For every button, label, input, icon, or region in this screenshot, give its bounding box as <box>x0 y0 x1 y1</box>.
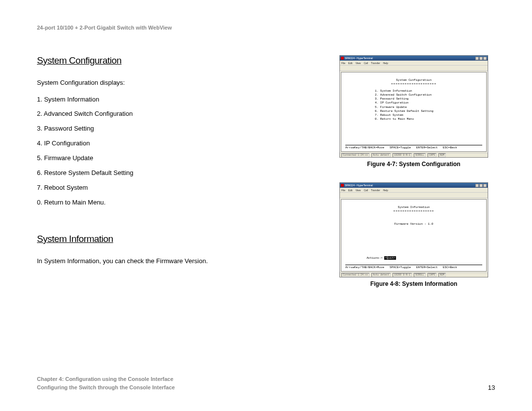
list-item: 7. Reboot System <box>37 180 303 195</box>
terminal-menu-item: 4. IP Configuration <box>375 101 482 105</box>
window-title: SRW224 - HyperTerminal <box>345 57 373 60</box>
page: 24-port 10/100 + 2-Port Gigabit Switch w… <box>0 0 532 411</box>
list-item: 2. Advanced Switch Configuration <box>37 106 303 121</box>
menu-item[interactable]: Help <box>383 62 388 65</box>
content-row: System Configuration System Configuratio… <box>37 55 495 302</box>
footer-chapter: Chapter 4: Configuration using the Conso… <box>37 375 175 383</box>
terminal-menu-list: 1. System Information 2. Advanced Switch… <box>375 89 482 121</box>
list-item: 5. Firmware Update <box>37 151 303 166</box>
terminal-toolbar <box>340 65 488 71</box>
terminal-titlebar: SRW224 - HyperTerminal <box>340 183 488 188</box>
terminal-menu-item: 7. Reboot System <box>375 113 482 117</box>
status-cell: 19200 8-N-1 <box>393 273 412 277</box>
left-column: System Configuration System Configuratio… <box>37 55 303 302</box>
menu-item[interactable]: Transfer <box>371 62 380 65</box>
section-title-system-configuration: System Configuration <box>37 55 303 66</box>
app-icon <box>341 184 344 187</box>
status-cell: 19200 8-N-1 <box>393 153 412 157</box>
section1-intro: System Configuration displays: <box>37 76 303 90</box>
terminal-heading: System Information <box>345 206 482 209</box>
footer-subtitle: Configuring the Switch through the Conso… <box>37 383 175 392</box>
minimize-icon[interactable] <box>475 57 479 60</box>
doc-header: 24-port 10/100 + 2-Port Gigabit Switch w… <box>37 25 495 31</box>
status-cell: NUM <box>438 153 446 157</box>
terminal-menu-item: 1. System Information <box>375 89 482 93</box>
close-icon[interactable] <box>483 184 487 187</box>
menu-item[interactable]: File <box>341 62 345 65</box>
status-cell: Connected 1:24:xx <box>341 153 369 157</box>
list-item: 3. Password Setting <box>37 121 303 136</box>
menu-item[interactable]: Edit <box>348 189 353 192</box>
firmware-version-line: Firmware Version : 1.0 <box>345 222 482 226</box>
action-label: Actions-> <box>366 256 384 260</box>
terminal-body: System Configuration ===================… <box>341 72 487 152</box>
terminal-menu-item: 2. Advanced Switch Configuration <box>375 93 482 97</box>
terminal-menu-item: 3. Password Setting <box>375 97 482 101</box>
page-footer: Chapter 4: Configuration using the Conso… <box>37 375 495 391</box>
menu-item[interactable]: Transfer <box>371 189 380 192</box>
terminal-titlebar: SRW224 - HyperTerminal <box>340 56 488 61</box>
menu-item[interactable]: File <box>341 189 345 192</box>
status-cell: Auto detect <box>371 153 391 157</box>
window-controls <box>475 184 487 187</box>
list-item: 0. Return to Main Menu. <box>37 195 303 210</box>
terminal-body: System Information ================== Fi… <box>341 199 487 272</box>
window-title: SRW224 - HyperTerminal <box>345 184 373 187</box>
figure-caption: Figure 4-8: System Information <box>370 280 458 287</box>
section2-body: In System Information, you can check the… <box>37 254 303 269</box>
status-cell: Auto detect <box>371 273 391 277</box>
menu-item[interactable]: View <box>356 62 361 65</box>
terminal-menubar: File Edit View Call Transfer Help <box>340 188 488 192</box>
status-cell: CAPS <box>428 153 436 157</box>
terminal-statusbar: Connected 1:24:xx Auto detect 19200 8-N-… <box>340 153 488 157</box>
figure-4-7-window: SRW224 - HyperTerminal File Edit View Ca… <box>339 55 488 158</box>
list-item: 6. Restore System Default Setting <box>37 166 303 180</box>
list-item: 4. IP Configuration <box>37 136 303 151</box>
figure-4-8-window: SRW224 - HyperTerminal File Edit View Ca… <box>339 182 488 277</box>
minimize-icon[interactable] <box>475 184 479 187</box>
maximize-icon[interactable] <box>479 184 483 187</box>
menu-item[interactable]: Edit <box>348 62 353 65</box>
terminal-hint: ArrowKey/TAB/BACK=Move SPACE=Toggle ENTE… <box>345 145 482 150</box>
status-cell: SCROLL <box>414 273 426 277</box>
terminal-action-line: Actions-> <Quit> <box>345 252 396 264</box>
right-column: SRW224 - HyperTerminal File Edit View Ca… <box>332 55 495 302</box>
terminal-hint: ArrowKey/TAB/BACK=Move SPACE=Toggle ENTE… <box>345 265 482 270</box>
action-quit[interactable]: <Quit> <box>384 256 396 260</box>
menu-item[interactable]: Help <box>383 189 388 192</box>
terminal-statusbar: Connected 1:24:xx Auto detect 19200 8-N-… <box>340 273 488 277</box>
section-title-system-information: System Information <box>37 234 303 244</box>
menu-item[interactable]: View <box>356 189 361 192</box>
terminal-heading-underline: ==================== <box>345 82 482 86</box>
footer-left: Chapter 4: Configuration using the Conso… <box>37 375 175 391</box>
terminal-menu-item: 6. Restore System Default Setting <box>375 109 482 113</box>
app-icon <box>341 57 344 60</box>
terminal-heading: System Configuration <box>345 78 482 82</box>
status-cell: SCROLL <box>414 153 426 157</box>
terminal-menu-item: 5. Firmware Update <box>375 105 482 109</box>
menu-item[interactable]: Call <box>364 62 368 65</box>
maximize-icon[interactable] <box>479 57 483 60</box>
terminal-heading-underline: ================== <box>345 209 482 213</box>
terminal-menu-item: 0. Return to Main Menu <box>375 117 482 121</box>
terminal-menubar: File Edit View Call Transfer Help <box>340 61 488 65</box>
list-item: 1. System Information <box>37 92 303 107</box>
figure-caption: Figure 4-7: System Configuration <box>367 161 460 168</box>
close-icon[interactable] <box>483 57 487 60</box>
menu-item[interactable]: Call <box>364 189 368 192</box>
page-number: 13 <box>488 384 495 391</box>
status-cell: CAPS <box>428 273 436 277</box>
window-controls <box>475 57 487 60</box>
status-cell: Connected 1:24:xx <box>341 273 369 277</box>
status-cell: NUM <box>438 273 446 277</box>
terminal-toolbar <box>340 192 488 198</box>
